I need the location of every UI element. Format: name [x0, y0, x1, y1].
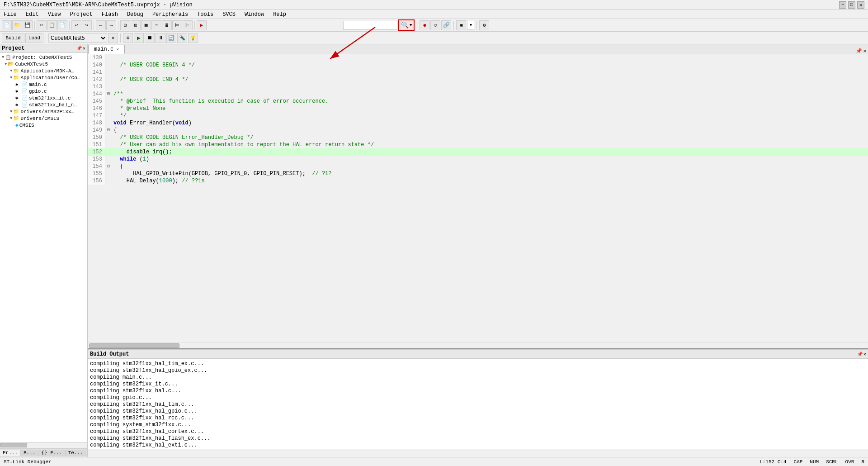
- reset-button[interactable]: ⏹: [145, 33, 155, 43]
- load-button[interactable]: Load: [25, 33, 43, 43]
- bottom-panel-pin[interactable]: 📌: [857, 352, 863, 357]
- open-button[interactable]: 📁: [12, 20, 22, 30]
- horiz-scroll-bar[interactable]: [88, 342, 868, 348]
- code-line-143: 143: [88, 83, 868, 90]
- minimize-button[interactable]: −: [839, 1, 846, 9]
- stop-button[interactable]: ●: [420, 20, 429, 30]
- search-button-highlighted[interactable]: 🔍 ▼: [398, 19, 415, 31]
- cmsis-node[interactable]: ◆ CMSIS: [1, 122, 86, 128]
- target-settings-button[interactable]: ✕: [108, 33, 118, 43]
- view-dropdown[interactable]: ▼: [467, 21, 474, 30]
- indent2-button[interactable]: ≣: [162, 20, 172, 30]
- copy-button[interactable]: 📋: [47, 20, 57, 30]
- indent-button[interactable]: ≡: [151, 20, 161, 30]
- app-user-node[interactable]: ▼ 📁 Application/User/Co…: [1, 74, 86, 81]
- code-line-144: 144 ⊟ /**: [88, 90, 868, 98]
- main-c-node[interactable]: ✱ 📄 main.c: [1, 81, 86, 88]
- panel-pin[interactable]: 📌: [76, 46, 82, 51]
- circle-button[interactable]: ○: [430, 20, 440, 30]
- left-hscroll[interactable]: [0, 442, 87, 448]
- menu-svcs[interactable]: SVCS: [221, 11, 237, 18]
- tab-list: main.c ✕: [88, 45, 125, 54]
- left-tab-templates[interactable]: Te...: [66, 450, 86, 456]
- stm32-it-node[interactable]: ✱ 📄 stm32f1xx_it.c: [1, 95, 86, 101]
- project-root[interactable]: ▼ 📋 Project: CubeMXTest5: [1, 54, 86, 61]
- menu-peripherals[interactable]: Peripherals: [151, 11, 190, 18]
- bookmark-button[interactable]: ⊟: [120, 20, 130, 30]
- target-node[interactable]: ▼ 📂 CubeMXTest5: [1, 61, 86, 67]
- code-line-148: 148 void Error_Handler(void): [88, 119, 868, 127]
- tab-close-icon[interactable]: ✕: [116, 47, 119, 52]
- bulb-button[interactable]: 💡: [188, 33, 198, 43]
- bookmark2-button[interactable]: ⊞: [131, 20, 141, 30]
- build-line-3: compiling main.c...: [90, 374, 866, 381]
- maximize-button[interactable]: □: [848, 1, 855, 9]
- build-line-6: compiling gpio.c...: [90, 395, 866, 401]
- diamond-icon: ◆: [15, 122, 19, 128]
- cut-button[interactable]: ✂: [37, 20, 47, 30]
- build-output[interactable]: compiling stm32f1xx_hal_tim_ex.c... comp…: [88, 358, 868, 449]
- drivers-cmsis-node[interactable]: ▼ 📁 Drivers/CMSIS: [1, 115, 86, 122]
- asterisk-icon: ✱: [15, 81, 21, 87]
- save-button[interactable]: 💾: [23, 20, 33, 30]
- settings-button[interactable]: ⚙: [479, 20, 489, 30]
- menu-file[interactable]: File: [2, 11, 19, 18]
- left-tab-books[interactable]: B...: [21, 450, 38, 456]
- app-mdk-node[interactable]: ▼ 📁 Application/MDK-A…: [1, 67, 86, 74]
- menu-debug[interactable]: Debug: [125, 11, 145, 18]
- manage-button[interactable]: ⚙: [123, 33, 133, 43]
- folder-icon-4: 📁: [13, 75, 19, 81]
- bottom-hscroll[interactable]: [88, 449, 868, 455]
- editor-pin-icon[interactable]: 📌: [856, 48, 862, 54]
- redo-button[interactable]: ↪: [82, 20, 92, 30]
- editor-close-icon[interactable]: ✕: [863, 48, 866, 54]
- menu-edit[interactable]: Edit: [24, 11, 41, 18]
- panel-close[interactable]: ✕: [83, 46, 85, 51]
- status-bar: ST-Link Debugger L:152 C:4 CAP NUM SCRL …: [0, 457, 868, 466]
- file-icon-gpio: 📄: [22, 88, 28, 94]
- forward-button[interactable]: →: [106, 20, 116, 30]
- expand-icon: ▼: [2, 55, 4, 60]
- pause-button[interactable]: ⏸: [156, 33, 165, 43]
- left-scroll-thumb: [0, 443, 27, 447]
- stm32-hal-n-label: stm32f1xx_hal_n…: [29, 102, 77, 108]
- run-button[interactable]: ▶: [197, 20, 207, 30]
- build-button[interactable]: Build: [2, 33, 24, 43]
- project-select[interactable]: CubeMXTest5: [48, 33, 107, 43]
- refresh-button[interactable]: 🔄: [166, 33, 176, 43]
- gpio-c-node[interactable]: ✱ 📄 gpio.c: [1, 88, 86, 95]
- tab-main-c[interactable]: main.c ✕: [88, 45, 125, 54]
- menu-project[interactable]: Project: [68, 11, 94, 18]
- debug-button[interactable]: 🔗: [441, 20, 451, 30]
- paste-button[interactable]: 📄: [57, 20, 67, 30]
- app-title: F:\STM32\CubeMXTest5\MDK-ARM\CubeMXTest5…: [4, 2, 193, 8]
- torch-button[interactable]: 🔦: [177, 33, 187, 43]
- new-file-button[interactable]: 📄: [2, 20, 12, 30]
- full-layout: F:\STM32\CubeMXTest5\MDK-ARM\CubeMXTest5…: [0, 0, 868, 466]
- menu-view[interactable]: View: [46, 11, 63, 18]
- align2-button[interactable]: ⊩: [183, 20, 193, 30]
- menu-tools[interactable]: Tools: [195, 11, 215, 18]
- grid-button[interactable]: ▦: [141, 20, 151, 30]
- code-view[interactable]: 139 140 /* USER CODE BEGIN 4 */ 141: [88, 54, 868, 342]
- menu-flash[interactable]: Flash: [100, 11, 120, 18]
- debug-mode-button[interactable]: ▶: [134, 33, 144, 43]
- drivers-stm32-node[interactable]: ▼ 📁 Drivers/STM32F1xx…: [1, 108, 86, 115]
- menu-help[interactable]: Help: [271, 11, 288, 18]
- horiz-scroll-thumb[interactable]: [89, 343, 179, 348]
- menu-window[interactable]: Window: [243, 11, 266, 18]
- scrl-label: SCRL: [826, 459, 838, 465]
- project-tree: ▼ 📋 Project: CubeMXTest5 ▼ 📂 CubeMXTest5…: [0, 53, 87, 442]
- search-input[interactable]: [343, 21, 397, 30]
- undo-button[interactable]: ↩: [71, 20, 81, 30]
- left-tab-functions[interactable]: {} F...: [38, 450, 65, 456]
- view-button[interactable]: ▣: [456, 20, 466, 30]
- back-button[interactable]: ←: [96, 20, 106, 30]
- search-dropdown-icon[interactable]: ▼: [410, 23, 412, 28]
- close-button[interactable]: ✕: [857, 1, 864, 9]
- bottom-section: Build Output 📌 ✕ compiling stm32f1xx_hal…: [88, 348, 868, 457]
- left-tab-project[interactable]: Pr...: [0, 450, 21, 456]
- bottom-panel-close[interactable]: ✕: [863, 352, 866, 357]
- stm32-hal-n-node[interactable]: ✱ 📄 stm32f1xx_hal_n…: [1, 101, 86, 108]
- align-button[interactable]: ⊨: [172, 20, 182, 30]
